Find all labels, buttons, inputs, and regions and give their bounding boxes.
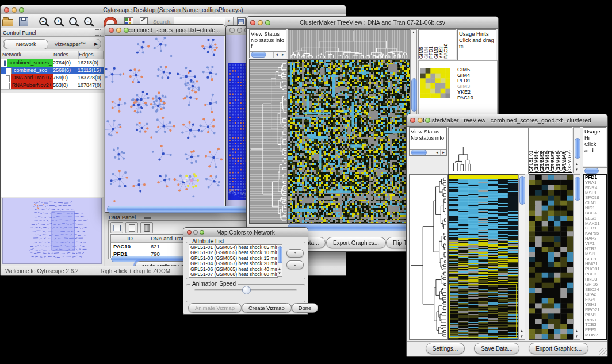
gene-label[interactable]: PAC10: [457, 95, 473, 101]
tabs-more-icon[interactable]: ▶: [91, 40, 101, 49]
scroll-right-icon[interactable]: ►: [280, 52, 286, 58]
save-data-button[interactable]: Save Data...: [474, 343, 519, 354]
tab-network[interactable]: Network: [4, 39, 48, 49]
zoom-button[interactable]: [124, 28, 129, 33]
minimize-button[interactable]: [237, 28, 242, 33]
export-graphics-button[interactable]: Export Graphics...: [326, 237, 386, 248]
zoom-out-icon[interactable]: –: [37, 16, 49, 27]
close-button[interactable]: [187, 230, 192, 235]
dialog-title-bar[interactable]: Map Colors to Network: [183, 228, 308, 237]
scroll-down-icon[interactable]: ▼: [277, 271, 282, 275]
minimize-button[interactable]: [258, 20, 263, 25]
network-edges-count: 16218(0): [78, 59, 104, 67]
scroll-up-icon[interactable]: ▲: [574, 329, 580, 333]
zoom-in-icon[interactable]: +: [52, 16, 64, 27]
move-up-button[interactable]: ^: [286, 249, 304, 258]
tv2-collabel-scrollbar[interactable]: ▲ ▼: [573, 127, 580, 173]
tv1-row-dendrogram[interactable]: [249, 59, 288, 224]
tv1-status-scrollbar[interactable]: ◄ ►: [250, 51, 286, 58]
search-dropdown-icon[interactable]: ▼: [225, 17, 234, 26]
main-title-bar[interactable]: Cytoscape Desktop (Session Name: collins…: [1, 5, 346, 15]
tv2-heatmap[interactable]: [448, 174, 518, 340]
resize-grip[interactable]: [599, 348, 607, 355]
close-button[interactable]: [4, 7, 9, 13]
scroll-down-icon[interactable]: ▼: [519, 335, 525, 339]
zoom-button[interactable]: [265, 20, 270, 25]
close-button[interactable]: [230, 28, 235, 33]
move-down-button[interactable]: v: [286, 260, 304, 269]
search-label: Search:: [153, 18, 172, 25]
birdseye-canvas[interactable]: [3, 198, 101, 262]
network-window-title-bar[interactable]: combined_scores_good.txt--cluste...: [105, 25, 225, 36]
tv1-column-dendrogram[interactable]: [288, 29, 410, 59]
dense-cluster-canvas[interactable]: [228, 63, 248, 200]
tv2-heatmap-vscrollbar[interactable]: ▲ ▼: [518, 174, 525, 340]
export-graphics-button[interactable]: Export Graphics...: [529, 343, 588, 354]
zoom-fit-icon[interactable]: ▫: [82, 16, 94, 27]
new-attribute-icon[interactable]: [125, 222, 138, 233]
scroll-right-icon[interactable]: ►: [440, 150, 446, 155]
scroll-left-icon[interactable]: ◄: [273, 52, 280, 58]
minimize-button[interactable]: [12, 7, 17, 13]
close-button[interactable]: [250, 20, 255, 25]
tv2-row-dendrogram[interactable]: [409, 174, 448, 340]
animate-vizmap-button[interactable]: Animate Vizmap: [188, 303, 242, 313]
delete-attribute-icon[interactable]: [140, 222, 153, 233]
network-tree-row[interactable]: RNAPuberNov2+ 563(0) 107847(0): [1, 82, 104, 89]
tv2-strip-vscrollbar[interactable]: ▲ ▼: [573, 174, 580, 340]
scroll-up-icon[interactable]: ▲: [277, 267, 282, 271]
close-button[interactable]: [410, 118, 415, 123]
save-session-icon[interactable]: [17, 16, 29, 27]
zoom-button[interactable]: [19, 7, 24, 13]
done-button[interactable]: Done: [292, 303, 319, 313]
minimize-button[interactable]: [193, 230, 198, 235]
network-tree-row[interactable]: DNA and Tran 07 769(0) 183728(0): [1, 74, 104, 82]
tv2-column-tree-area[interactable]: [448, 127, 529, 174]
treeview2-title-bar[interactable]: ClusterMaker TreeView : combined_scores_…: [407, 114, 607, 127]
tab-vizmapper[interactable]: VizMapper™: [49, 40, 92, 49]
tv1-similarity-matrix[interactable]: [420, 68, 450, 98]
network-tree-empty-area: [1, 93, 104, 197]
zoom-button[interactable]: [200, 230, 204, 235]
network-edges-count: 107847(0): [78, 82, 104, 89]
tv1-heatmap[interactable]: [288, 59, 410, 224]
scroll-up-icon[interactable]: ▲: [519, 329, 525, 333]
network-file-icon: [6, 68, 12, 74]
network-tree-row[interactable]: combined_sco 2569(6) 13112(15): [1, 67, 104, 74]
network-graph-canvas[interactable]: [105, 36, 224, 212]
zoom-button[interactable]: [425, 118, 430, 123]
col-nodes: Nodes: [53, 51, 79, 59]
close-button[interactable]: [109, 28, 114, 33]
float-panel-icon[interactable]: [95, 29, 101, 36]
create-vizmap-button[interactable]: Create Vizmap: [242, 303, 292, 313]
scroll-down-icon[interactable]: ▼: [574, 335, 580, 339]
map-colors-dialog: Map Colors to Network Attribute List GPL…: [183, 227, 308, 315]
scroll-down-icon[interactable]: ▼: [574, 168, 580, 172]
attribute-list[interactable]: GPL51-01 (GSM854) heat shock 05 minGPL51…: [189, 244, 278, 278]
minimize-button[interactable]: [418, 118, 423, 123]
tv2-usage-scrollbar[interactable]: [583, 167, 607, 174]
column-label[interactable]: GPL51-08 (GSM872): [563, 128, 568, 172]
toolbar-separator: [33, 16, 33, 27]
network-view-window[interactable]: combined_scores_good.txt--cluste...: [105, 24, 225, 213]
network-tree-row[interactable]: combined_scores_ 2764(0) 16218(0): [1, 59, 104, 67]
open-session-icon[interactable]: [2, 16, 14, 27]
scroll-left-icon[interactable]: ◄: [434, 150, 440, 155]
treeview1-title-bar[interactable]: ClusterMaker TreeView : DNA and Tran 07-…: [247, 17, 498, 29]
network-table-header: Network Nodes Edges: [1, 51, 104, 59]
tv2-status-scrollbar[interactable]: ◄ ►: [410, 149, 446, 155]
zoom-selected-icon[interactable]: [67, 16, 79, 27]
tv2-zoom-strip[interactable]: [529, 174, 573, 340]
select-columns-icon[interactable]: [110, 222, 123, 233]
attribute-list-scrollbar[interactable]: ▲ ▼: [277, 244, 282, 277]
scroll-up-icon[interactable]: ▲: [411, 30, 416, 35]
scroll-up-icon[interactable]: ▲: [574, 162, 580, 166]
column-label[interactable]: PAC10: [443, 30, 449, 59]
settings-button[interactable]: Settings...: [426, 343, 465, 354]
birdseye-view[interactable]: [2, 198, 102, 264]
attribute-item[interactable]: GPL51-07 (GSM868) heat shock 60 min: [190, 272, 278, 277]
id-column-header[interactable]: ID: [111, 235, 147, 242]
minimize-button[interactable]: [116, 28, 121, 33]
speed-slider-thumb[interactable]: [242, 286, 251, 294]
gene-label[interactable]: MON2: [585, 333, 606, 338]
